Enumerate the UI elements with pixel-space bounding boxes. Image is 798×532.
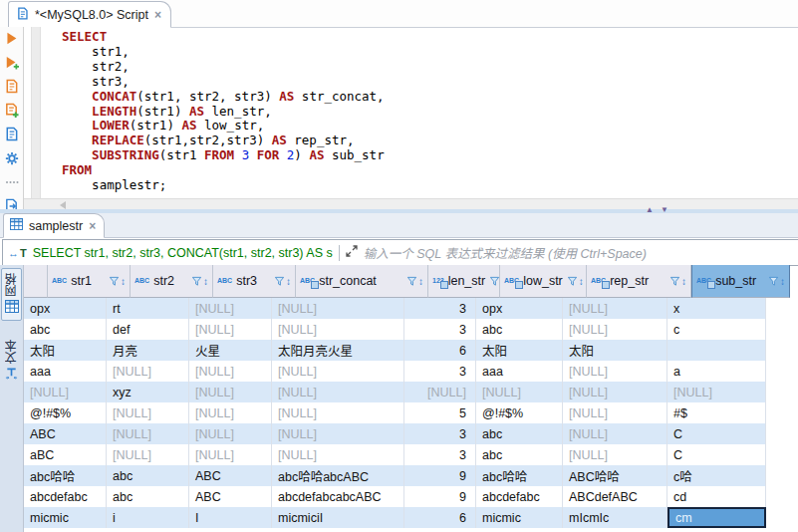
grid-cell-rep_str[interactable]: [NULL]	[563, 382, 667, 402]
explain-plan-icon[interactable]	[4, 127, 20, 141]
grid-cell-str2[interactable]: abc	[107, 486, 189, 507]
grid-cell-sub_str[interactable]: cm	[667, 507, 766, 528]
grid-cell-str1[interactable]: @!#$%	[24, 402, 107, 423]
grid-cell-str2[interactable]: def	[107, 319, 189, 340]
grid-cell-str2[interactable]: [NULL]	[107, 361, 189, 382]
grid-cell-str1[interactable]: abcdefabc	[24, 486, 107, 507]
sql-editor[interactable]: SELECT str1, str2, str3, CONCAT(str1, st…	[62, 30, 779, 197]
grid-cell-str_concat[interactable]: [NULL]	[272, 382, 404, 402]
grid-cell-str_concat[interactable]: [NULL]	[272, 402, 404, 423]
grid-cell-len_str[interactable]: 3	[404, 319, 476, 340]
settings-icon[interactable]	[4, 150, 20, 165]
column-header-sub_str[interactable]: ABCsub_str↕	[691, 265, 790, 298]
grid-cell-len_str[interactable]: 5	[404, 402, 476, 423]
grid-cell-rep_str[interactable]: ABC哈哈	[563, 465, 667, 486]
grid-cell-rep_str[interactable]: 太阳	[563, 340, 667, 361]
grid-cell-len_str[interactable]: 3	[404, 423, 476, 444]
separator-dots-icon[interactable]	[4, 174, 20, 189]
grid-cell-str1[interactable]: [NULL]	[24, 382, 107, 402]
grid-cell-str2[interactable]: [NULL]	[107, 402, 189, 423]
grid-cell-low_str[interactable]: abc	[476, 423, 563, 444]
filter-sort-icon[interactable]: ↕	[567, 276, 584, 287]
grid-cell-sub_str[interactable]: C	[667, 444, 766, 465]
grid-cell-rep_str[interactable]: [NULL]	[563, 319, 667, 340]
grid-cell-len_str[interactable]: 6	[404, 507, 476, 528]
grid-cell-str1[interactable]: aaa	[24, 361, 107, 382]
row-number-header[interactable]	[24, 265, 48, 298]
execute-statement-icon[interactable]	[4, 31, 20, 46]
column-header-str1[interactable]: ABCstr1↕	[48, 265, 131, 298]
column-header-str2[interactable]: ABCstr2↕	[131, 265, 213, 298]
grid-cell-len_str[interactable]: 3	[404, 298, 476, 319]
grid-cell-str1[interactable]: abc哈哈	[24, 465, 107, 486]
filter-sort-icon[interactable]: ↕	[669, 276, 686, 287]
execute-script-icon[interactable]	[4, 79, 20, 94]
grid-cell-low_str[interactable]: abc	[476, 319, 563, 340]
editor-tab[interactable]: *<MySQL8.0> Script ×	[8, 1, 171, 28]
scroll-left-icon[interactable]	[60, 201, 66, 209]
grid-cell-str_concat[interactable]: abcdefabcabcABC	[272, 486, 404, 507]
grid-cell-low_str[interactable]: opx	[476, 298, 563, 319]
grid-cell-str2[interactable]: abc	[107, 465, 189, 486]
grid-cell-sub_str[interactable]: [NULL]	[667, 382, 766, 402]
grid-cell-str_concat[interactable]: [NULL]	[272, 319, 404, 340]
grid-cell-low_str[interactable]: [NULL]	[476, 382, 563, 402]
grid-cell-str_concat[interactable]: [NULL]	[272, 298, 404, 319]
grid-cell-str3[interactable]: [NULL]	[189, 402, 272, 423]
grid-cell-rep_str[interactable]: [NULL]	[563, 298, 667, 319]
grid-cell-str3[interactable]: [NULL]	[189, 319, 272, 340]
grid-cell-sub_str[interactable]: c	[667, 319, 766, 340]
grid-cell-str2[interactable]: i	[107, 507, 189, 528]
grid-cell-low_str[interactable]: abc哈哈	[476, 465, 563, 486]
grid-cell-len_str[interactable]: [NULL]	[404, 382, 476, 402]
grid-cell-sub_str[interactable]: #$	[667, 402, 766, 423]
filter-sort-icon[interactable]: ↕	[109, 276, 126, 287]
grid-cell-rep_str[interactable]: [NULL]	[563, 423, 667, 444]
grid-cell-low_str[interactable]: micmic	[476, 507, 563, 528]
grid-cell-len_str[interactable]: 9	[404, 486, 476, 507]
grid-cell-low_str[interactable]: abc	[476, 444, 563, 465]
grid-cell-str_concat[interactable]: abc哈哈abcABC	[272, 465, 404, 486]
grid-cell-str2[interactable]: rt	[107, 298, 189, 319]
grid-cell-str_concat[interactable]: micmiciI	[272, 507, 404, 528]
grid-cell-str3[interactable]: [NULL]	[189, 361, 272, 382]
grid-cell-str2[interactable]: xyz	[107, 382, 189, 402]
results-tab[interactable]: samplestr ×	[3, 213, 105, 238]
grid-cell-str2[interactable]: [NULL]	[107, 423, 189, 444]
grid-cell-str3[interactable]: ABC	[189, 465, 272, 486]
grid-cell-str3[interactable]: I	[189, 507, 272, 528]
grid-cell-rep_str[interactable]: ABCdefABC	[563, 486, 667, 507]
grid-cell-low_str[interactable]: 太阳	[476, 340, 563, 361]
grid-cell-str3[interactable]: [NULL]	[189, 423, 272, 444]
grid-cell-sub_str[interactable]	[667, 340, 766, 361]
grid-cell-sub_str[interactable]: a	[667, 361, 766, 382]
grid-cell-str_concat[interactable]: [NULL]	[272, 444, 404, 465]
grid-cell-str1[interactable]: 太阳	[24, 340, 107, 361]
filter-input[interactable]: 输入一个 SQL 表达式来过滤结果 (使用 Ctrl+Space)	[364, 243, 647, 262]
grid-cell-str1[interactable]: opx	[24, 298, 107, 319]
grid-cell-str3[interactable]: ABC	[189, 486, 272, 507]
execute-statement-new-tab-icon[interactable]	[4, 55, 20, 70]
filter-sort-icon[interactable]: ↕	[274, 276, 291, 287]
grid-cell-low_str[interactable]: abcdefabc	[476, 486, 563, 507]
grid-cell-str1[interactable]: abc	[24, 319, 107, 340]
execute-script-new-tab-icon[interactable]	[4, 103, 20, 118]
grid-cell-str_concat[interactable]: [NULL]	[272, 423, 404, 444]
grid-cell-len_str[interactable]: 3	[404, 361, 476, 382]
column-header-low_str[interactable]: ABClow_str↕	[500, 265, 587, 298]
grid-cell-rep_str[interactable]: [NULL]	[563, 361, 667, 382]
grid-cell-str3[interactable]: [NULL]	[189, 382, 272, 402]
filter-sort-icon[interactable]: ↕	[768, 276, 785, 287]
grid-cell-str1[interactable]: micmic	[24, 507, 107, 528]
column-header-rep_str[interactable]: ABCrep_str↕	[587, 265, 691, 298]
column-header-str3[interactable]: ABCstr3↕	[213, 265, 296, 298]
column-header-str_concat[interactable]: ABCstr_concat↕	[296, 265, 428, 298]
grid-cell-rep_str[interactable]: [NULL]	[563, 402, 667, 423]
grid-cell-sub_str[interactable]: x	[667, 298, 766, 319]
grid-cell-len_str[interactable]: 6	[404, 340, 476, 361]
expand-filter-icon[interactable]	[346, 245, 358, 260]
grid-cell-str2[interactable]: 月亮	[107, 340, 189, 361]
column-header-len_str[interactable]: 123len_str↕	[428, 265, 500, 298]
grid-cell-str3[interactable]: [NULL]	[189, 298, 272, 319]
grid-cell-rep_str[interactable]: mIcmIc	[563, 507, 667, 528]
